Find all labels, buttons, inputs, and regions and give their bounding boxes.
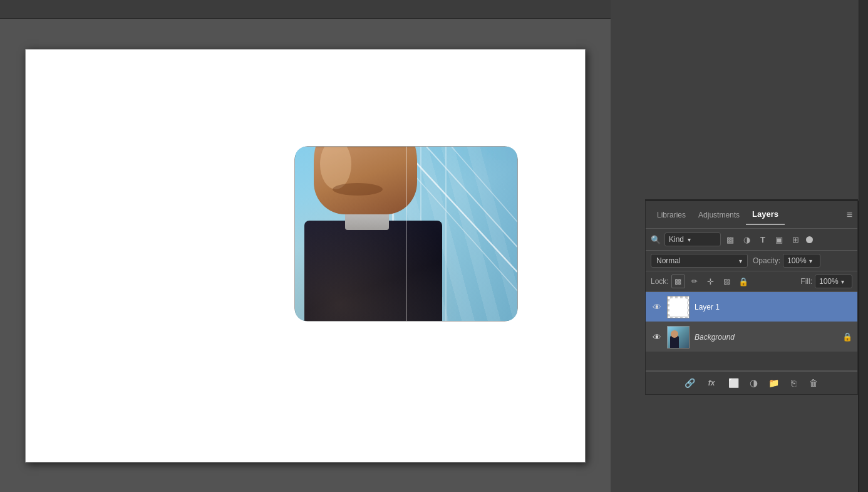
fill-value: 100%	[819, 277, 839, 286]
tab-libraries[interactable]: Libraries	[651, 206, 692, 224]
panel-tabs-bar: Libraries Adjustments Layers ≡	[646, 201, 857, 229]
lock-all-btn[interactable]: 🔒	[736, 275, 750, 288]
background-lock-icon: 🔒	[842, 332, 852, 342]
image-container[interactable]: @keyframes marchingAnts { to { stroke-da…	[295, 147, 517, 321]
opacity-value: 100%	[787, 256, 807, 265]
panel-menu-button[interactable]: ≡	[847, 209, 852, 221]
fill-input[interactable]: 100% ▾	[815, 275, 852, 288]
top-menubar	[0, 0, 611, 19]
layer-row-layer1[interactable]: 👁 Layer 1	[646, 292, 857, 322]
opacity-arrow: ▾	[809, 258, 812, 264]
panel-scrollbar-divider	[858, 201, 859, 492]
lock-artboard-btn[interactable]: ▨	[720, 275, 734, 288]
layers-bottom-toolbar: 🔗 fx ⬜ ◑ 📁 ⎘ 🗑	[646, 371, 857, 394]
lock-transparent-btn[interactable]: ▩	[671, 275, 685, 288]
background-name: Background	[695, 333, 735, 342]
blend-mode-arrow: ▾	[739, 258, 742, 264]
kind-dropdown-arrow: ▾	[688, 236, 691, 243]
link-layers-button[interactable]: 🔗	[682, 375, 697, 390]
layer1-visibility[interactable]: 👁	[651, 301, 663, 313]
background-thumbnail	[667, 326, 690, 348]
blend-opacity-row: Normal ▾ Opacity: 100% ▾	[646, 251, 857, 271]
photo-divider-line	[406, 147, 407, 321]
kind-smartobject-icon[interactable]: ⊞	[788, 233, 802, 246]
delete-layer-button[interactable]: 🗑	[806, 375, 821, 390]
panel-empty-area	[646, 352, 857, 371]
right-scrollbar[interactable]	[859, 0, 868, 492]
fill-arrow: ▾	[841, 278, 844, 285]
blend-mode-dropdown[interactable]: Normal ▾	[651, 254, 748, 268]
kind-dropdown[interactable]: Kind ▾	[664, 233, 721, 246]
lock-label: Lock:	[651, 277, 669, 286]
layer1-thumbnail	[667, 296, 690, 318]
fill-label: Fill:	[800, 277, 812, 286]
opacity-input[interactable]: 100% ▾	[783, 254, 820, 268]
new-group-button[interactable]: 📁	[766, 375, 781, 390]
lock-fill-row: Lock: ▩ ✏ ✛ ▨ 🔒 Fill: 100% ▾	[646, 271, 857, 292]
kind-pixel-icon[interactable]: ▩	[723, 233, 737, 246]
tab-adjustments[interactable]: Adjustments	[692, 206, 746, 224]
kind-adjustment-icon[interactable]: ◑	[740, 233, 753, 246]
layer1-name: Layer 1	[695, 303, 720, 311]
layers-panel: Libraries Adjustments Layers ≡ 🔍 Kind ▾ …	[645, 201, 858, 395]
layer-effects-button[interactable]: fx	[702, 375, 721, 390]
new-layer-button[interactable]: ⎘	[786, 375, 801, 390]
filter-dot	[806, 236, 813, 243]
kind-row: 🔍 Kind ▾ ▩ ◑ T ▣ ⊞	[646, 229, 857, 251]
background-visibility[interactable]: 👁	[651, 331, 663, 343]
kind-shape-icon[interactable]: ▣	[772, 233, 786, 246]
canvas-document: @keyframes marchingAnts { to { stroke-da…	[25, 49, 586, 463]
kind-label: Kind	[669, 235, 684, 244]
opacity-label: Opacity:	[753, 256, 780, 265]
blend-mode-value: Normal	[656, 256, 681, 265]
layer-row-background[interactable]: 👁 Background 🔒	[646, 322, 857, 352]
kind-type-icon[interactable]: T	[756, 233, 770, 246]
photo-content	[295, 147, 517, 321]
lock-image-btn[interactable]: ✏	[688, 275, 701, 288]
lock-position-btn[interactable]: ✛	[704, 275, 718, 288]
new-adjustment-button[interactable]: ◑	[746, 375, 761, 390]
canvas-area[interactable]: @keyframes marchingAnts { to { stroke-da…	[0, 19, 611, 492]
search-icon: 🔍	[651, 235, 661, 244]
add-mask-button[interactable]: ⬜	[726, 375, 741, 390]
tab-layers[interactable]: Layers	[746, 204, 785, 225]
